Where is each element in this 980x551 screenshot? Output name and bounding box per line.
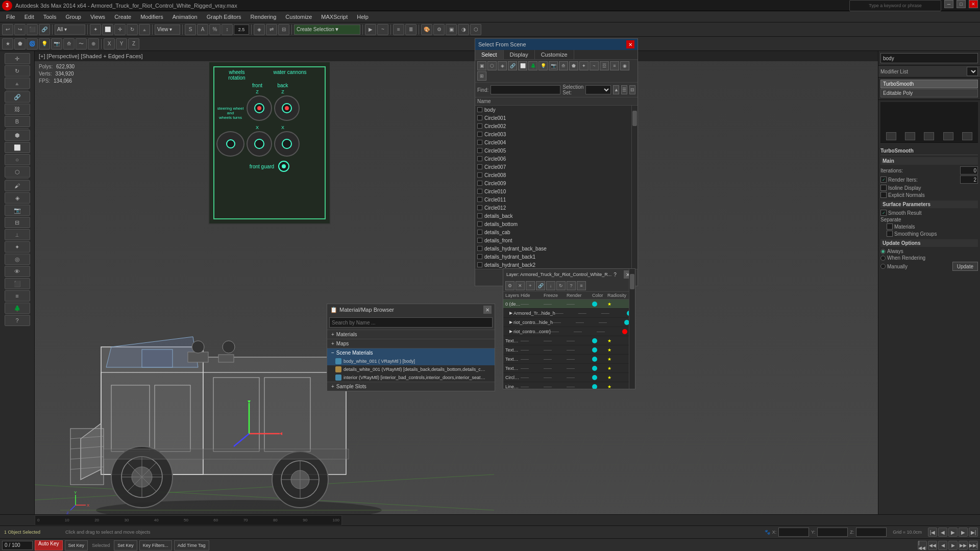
dlg-btn-14[interactable]: ≡	[610, 61, 619, 70]
menu-group[interactable]: Group	[61, 13, 85, 21]
when-rendering-radio[interactable]	[880, 256, 886, 261]
steering-circle[interactable]	[216, 131, 244, 157]
dlg-btn-10[interactable]: ⬟	[569, 61, 578, 70]
frame-r1[interactable]: |◀◀	[918, 541, 927, 550]
scale-button[interactable]: ⟁	[139, 24, 150, 35]
list-item-details-cab[interactable]: details_cab	[475, 228, 638, 236]
geom-btn[interactable]: ⬟	[14, 38, 26, 49]
list-item-circle002[interactable]: Circle002	[475, 122, 638, 130]
smooth-result-checkbox[interactable]: ✓	[880, 210, 887, 216]
hide-unsel-icon[interactable]: 👁	[5, 266, 30, 277]
scrollbar-thumb[interactable]	[632, 111, 637, 126]
material-browser-close[interactable]: ✕	[483, 306, 492, 314]
align-tool-icon[interactable]: ⊟	[5, 217, 30, 228]
sample-slots-header[interactable]: + Sample Slots	[327, 382, 495, 391]
key-filters-btn[interactable]: Key Filters...	[139, 540, 172, 550]
menu-graph-editors[interactable]: Graph Editors	[203, 13, 246, 21]
mat-item-body-white[interactable]: body_white_001 ( VRayMtl ) [body]	[327, 357, 495, 365]
select-region-button[interactable]: ⬜	[102, 24, 113, 35]
smoothing-groups-checkbox[interactable]	[887, 231, 893, 237]
rig-control-panel[interactable]: wheels rotation water cannons front back…	[208, 61, 331, 224]
select-tab[interactable]: Select	[475, 50, 504, 59]
find-sort-btn2[interactable]: ☰	[621, 85, 627, 94]
angle-snap-button[interactable]: A	[197, 24, 208, 35]
item-checkbox[interactable]	[477, 238, 482, 243]
create-selection-dropdown[interactable]: Create Selection▼	[294, 24, 360, 35]
menu-edit[interactable]: Edit	[20, 13, 38, 21]
turbosm-modifier-item[interactable]: TurboSmooth	[880, 80, 978, 88]
render-iters-checkbox[interactable]: ✓	[880, 177, 887, 183]
add-time-tag-btn[interactable]: Add Time Tag	[174, 540, 209, 550]
item-checkbox[interactable]	[477, 189, 482, 194]
render-setup-button[interactable]: ⚙	[433, 24, 445, 35]
item-checkbox[interactable]	[477, 221, 482, 227]
edit-poly-icon[interactable]: ◈	[5, 192, 30, 204]
named-selection-button[interactable]: ◈	[254, 24, 265, 35]
render-iters-input[interactable]	[960, 176, 978, 184]
time-input[interactable]	[2, 541, 33, 550]
activeshade-button[interactable]: ◑	[458, 24, 469, 35]
move-x-btn[interactable]: X	[104, 38, 115, 49]
list-item-circle010[interactable]: Circle010	[475, 187, 638, 195]
list-item-circle005[interactable]: Circle005	[475, 146, 638, 155]
preview-btn1[interactable]	[886, 132, 896, 140]
item-checkbox[interactable]	[477, 115, 482, 120]
list-item-details-hydrant-back-base[interactable]: details_hydrant_back_base	[475, 244, 638, 253]
menu-views[interactable]: Views	[86, 13, 109, 21]
modifier-list-dropdown[interactable]	[967, 67, 978, 76]
fence-select-icon[interactable]: ⬡	[5, 166, 30, 178]
filter-dropdown[interactable]: All ▾	[55, 24, 85, 35]
item-checkbox[interactable]	[477, 181, 482, 186]
select-button[interactable]: ✦	[90, 24, 101, 35]
spacewarps-btn[interactable]: 〜	[76, 38, 87, 49]
mat-item-details-white[interactable]: details_white_001 (VRayMtl) [details_bac…	[327, 365, 495, 373]
snap-button[interactable]: S	[185, 24, 196, 35]
cannon-front-x-circle[interactable]	[247, 131, 272, 157]
item-checkbox[interactable]	[477, 140, 482, 145]
menu-help[interactable]: Help	[353, 13, 373, 21]
helpers-btn[interactable]: ⟰	[63, 38, 75, 49]
object-search-input[interactable]	[880, 53, 978, 63]
next-frame-btn[interactable]: ▶	[959, 528, 968, 537]
create-tab[interactable]: ★	[2, 38, 13, 49]
goto-start-btn[interactable]: |◀	[928, 528, 937, 537]
list-item-details-front[interactable]: details_front	[475, 236, 638, 244]
layer-link-btn[interactable]: 🔗	[536, 281, 545, 290]
dlg-btn-7[interactable]: 💡	[538, 61, 548, 70]
dlg-btn-8[interactable]: 📷	[549, 61, 558, 70]
layer-item-armored[interactable]: ▶ Armored_Tr...hide_h —— —— —— ★	[503, 309, 635, 318]
dlg-btn-5[interactable]: ⬜	[518, 61, 527, 70]
list-item-circle001[interactable]: Circle001	[475, 114, 638, 122]
move-y-btn[interactable]: Y	[116, 38, 127, 49]
layer-item-riot1[interactable]: ▶ riot_contro...hide_h —— —— —— ★	[503, 318, 635, 327]
display-tab[interactable]: Display	[504, 50, 535, 59]
help-icon[interactable]: ?	[5, 315, 30, 326]
preview-btn4[interactable]	[943, 132, 953, 140]
dlg-btn-6[interactable]: 🌲	[528, 61, 537, 70]
dlg-btn-12[interactable]: ~	[590, 61, 599, 70]
link-tool-icon[interactable]: 🔗	[5, 91, 30, 103]
materials-section-header[interactable]: + Materials	[327, 330, 495, 339]
maximize-button[interactable]: □	[957, 0, 966, 8]
snapshot-icon[interactable]: 📷	[5, 205, 30, 216]
frame-r2[interactable]: ◀◀	[928, 541, 937, 550]
snap-value[interactable]: 2.5	[234, 24, 249, 35]
find-sort-btn3[interactable]: ⊟	[629, 85, 635, 94]
item-checkbox[interactable]	[477, 213, 482, 218]
dlg-btn-4[interactable]: 🔗	[508, 61, 517, 70]
unlink-icon[interactable]: ⛓	[5, 104, 30, 115]
play-button[interactable]: ▶	[365, 24, 376, 35]
explicit-normals-checkbox[interactable]	[880, 192, 887, 198]
menu-maxscript[interactable]: MAXScript	[317, 13, 352, 21]
layer-manager-button[interactable]: ≡	[393, 24, 404, 35]
item-checkbox[interactable]	[477, 172, 482, 178]
undo-button[interactable]: ↩	[2, 24, 13, 35]
lights-btn[interactable]: 💡	[39, 38, 50, 49]
frame-r3[interactable]: ◀	[938, 541, 947, 550]
scale-tool-icon[interactable]: ⟁	[5, 78, 30, 89]
isoline-checkbox[interactable]	[880, 185, 887, 191]
layer-more-btn[interactable]: ≡	[577, 281, 586, 290]
set-key-btn[interactable]: Set Key	[65, 540, 88, 550]
viewport-area[interactable]: [+] [Perspective] [Shaded + Edged Faces]…	[35, 51, 878, 551]
cannon-back-x-circle[interactable]	[274, 131, 300, 157]
